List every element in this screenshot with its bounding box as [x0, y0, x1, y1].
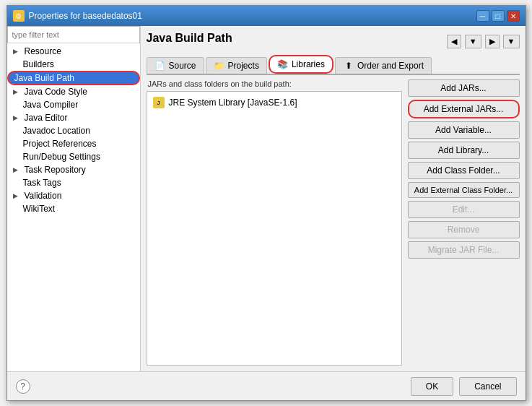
filter-input[interactable] — [7, 26, 140, 43]
tab-libraries[interactable]: 📚 Libraries — [269, 55, 333, 74]
tab-order-export[interactable]: ⬆ Order and Export — [335, 57, 432, 74]
nav-dropdown-button[interactable]: ▼ — [465, 35, 481, 48]
add-external-class-folder-button[interactable]: Add External Class Folder... — [408, 182, 520, 198]
libraries-tab-icon: 📚 — [277, 59, 289, 69]
nav-menu-button[interactable]: ▼ — [503, 35, 520, 48]
tab-label: Order and Export — [357, 61, 424, 71]
list-subtitle: JARs and class folders on the build path… — [147, 79, 402, 88]
add-external-jars-button[interactable]: Add External JARs... — [408, 100, 520, 118]
sidebar-item-label: Run/Debug Settings — [23, 152, 100, 162]
sidebar-item-label: Validation — [25, 191, 62, 201]
sidebar-item-label: Java Editor — [25, 113, 68, 123]
expand-arrow: ▶ — [13, 192, 22, 199]
maximize-button[interactable]: □ — [492, 10, 505, 22]
sidebar-item-label: WikiText — [23, 204, 56, 214]
projects-tab-icon: 📁 — [214, 61, 225, 71]
sidebar-item-java-code-style[interactable]: ▶ Java Code Style — [7, 85, 140, 98]
nav-toolbar: ◀ ▼ ▶ ▼ — [445, 35, 520, 48]
ok-button[interactable]: OK — [411, 377, 453, 396]
sidebar-item-project-references[interactable]: Project References — [17, 137, 140, 150]
sidebar-item-label: Javadoc Location — [23, 126, 90, 136]
minimize-button[interactable]: ─ — [476, 10, 489, 22]
sidebar-item-java-build-path[interactable]: Java Build Path — [7, 71, 140, 85]
sidebar-item-label: Project References — [23, 139, 97, 149]
sidebar-item-label: Builders — [23, 59, 54, 69]
remove-button[interactable]: Remove — [408, 221, 520, 238]
add-variable-button[interactable]: Add Variable... — [408, 121, 520, 139]
cancel-button[interactable]: Cancel — [459, 377, 516, 396]
expand-arrow: ▶ — [13, 114, 22, 121]
tab-label: Source — [169, 61, 196, 71]
sidebar-item-validation[interactable]: ▶ Validation — [7, 189, 140, 202]
tab-projects[interactable]: 📁 Projects — [206, 57, 267, 74]
add-class-folder-button[interactable]: Add Class Folder... — [408, 162, 520, 179]
bottom-bar: ? OK Cancel — [7, 371, 526, 400]
tab-label: Projects — [228, 61, 259, 71]
list-item-label: JRE System Library [JavaSE-1.6] — [169, 98, 297, 108]
jre-icon: J — [153, 97, 165, 108]
list-item[interactable]: J JRE System Library [JavaSE-1.6] — [150, 95, 398, 111]
sidebar-item-wikitext[interactable]: WikiText — [17, 202, 140, 215]
dialog-title: Properties for basededatos01 — [29, 11, 142, 21]
left-panel: ▶ Resource Builders Java Build Path ▶ Ja… — [7, 26, 141, 371]
sidebar-item-label: Task Repository — [25, 165, 86, 175]
window-controls: ─ □ ✕ — [476, 10, 520, 22]
add-library-button[interactable]: Add Library... — [408, 142, 520, 159]
expand-arrow: ▶ — [13, 166, 22, 173]
add-jars-button[interactable]: Add JARs... — [408, 79, 520, 97]
jars-list[interactable]: J JRE System Library [JavaSE-1.6] — [147, 91, 402, 366]
sidebar-item-task-repository[interactable]: ▶ Task Repository — [7, 163, 140, 176]
sidebar-item-label: Java Code Style — [25, 87, 87, 97]
title-bar-left: ⚙ Properties for basededatos01 — [13, 10, 142, 22]
tree-area: ▶ Resource Builders Java Build Path ▶ Ja… — [7, 43, 140, 371]
dialog-body: ▶ Resource Builders Java Build Path ▶ Ja… — [7, 26, 526, 371]
bottom-buttons: OK Cancel — [411, 377, 517, 396]
sidebar-item-java-compiler[interactable]: Java Compiler — [17, 98, 140, 111]
nav-forward-button[interactable]: ▶ — [485, 35, 500, 48]
right-panel: Java Build Path ◀ ▼ ▶ ▼ 📄 Source 📁 Proje… — [141, 26, 526, 371]
nav-back-button[interactable]: ◀ — [447, 35, 461, 48]
tab-label: Libraries — [292, 59, 325, 69]
tab-source[interactable]: 📄 Source — [147, 57, 204, 74]
sidebar-item-label: Task Tags — [23, 178, 61, 188]
order-tab-icon: ⬆ — [343, 61, 354, 71]
expand-arrow: ▶ — [13, 48, 22, 55]
properties-dialog: ⚙ Properties for basededatos01 ─ □ ✕ ▶ R… — [6, 5, 526, 401]
dialog-icon: ⚙ — [13, 10, 25, 22]
sidebar-item-run-debug[interactable]: Run/Debug Settings — [17, 150, 140, 163]
sidebar-item-label: Resource — [25, 46, 61, 56]
sidebar-item-label: Java Compiler — [23, 100, 79, 110]
content-area: JARs and class folders on the build path… — [147, 79, 520, 366]
title-bar: ⚙ Properties for basededatos01 ─ □ ✕ — [7, 6, 526, 26]
buttons-panel: Add JARs... Add External JARs... Add Var… — [408, 79, 520, 366]
close-button[interactable]: ✕ — [507, 10, 520, 22]
help-button[interactable]: ? — [16, 379, 30, 394]
sidebar-item-label: Java Build Path — [14, 73, 74, 83]
list-container: JARs and class folders on the build path… — [147, 79, 402, 366]
sidebar-item-resource[interactable]: ▶ Resource — [7, 45, 140, 58]
sidebar-item-javadoc-location[interactable]: Javadoc Location — [17, 124, 140, 137]
sidebar-item-java-editor[interactable]: ▶ Java Editor — [7, 111, 140, 124]
tabs-row: 📄 Source 📁 Projects 📚 Libraries ⬆ Order … — [147, 55, 520, 75]
source-tab-icon: 📄 — [154, 61, 166, 71]
edit-button[interactable]: Edit... — [408, 201, 520, 218]
sidebar-item-builders[interactable]: Builders — [17, 58, 140, 71]
panel-title: Java Build Path — [147, 32, 232, 45]
expand-arrow: ▶ — [13, 88, 22, 95]
migrate-jar-button[interactable]: Migrate JAR File... — [408, 241, 520, 259]
sidebar-item-task-tags[interactable]: Task Tags — [17, 176, 140, 189]
